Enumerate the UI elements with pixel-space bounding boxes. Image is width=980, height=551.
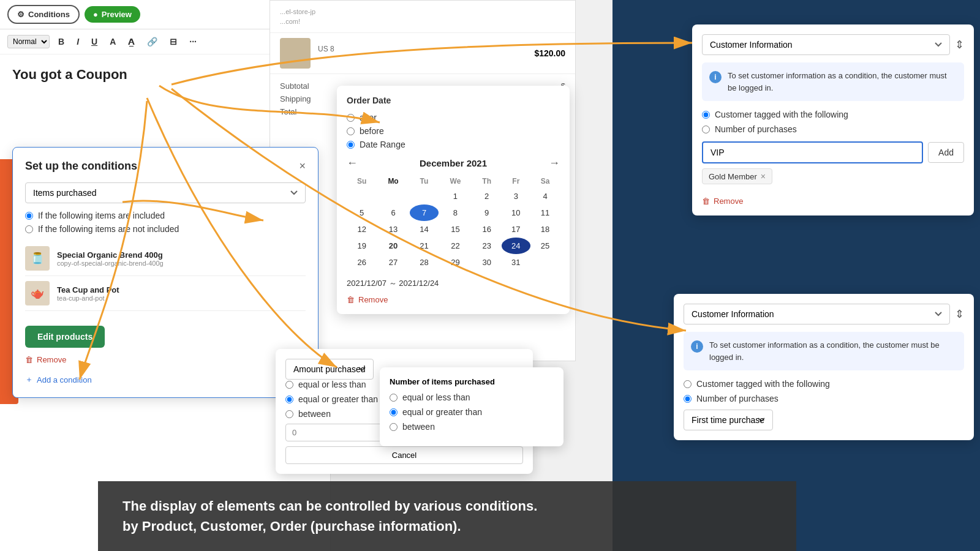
plus-icon: ＋ (25, 374, 33, 385)
customer-radio-tagged-input-top[interactable] (702, 111, 710, 119)
text-color-button[interactable]: A (106, 34, 119, 49)
cal-day-13[interactable]: 13 (377, 221, 409, 238)
customer-remove-top[interactable]: 🗑 Remove (702, 197, 743, 206)
cal-day-14[interactable]: 14 (410, 221, 439, 238)
customer-type-select-bottom[interactable]: Customer Information (684, 304, 950, 324)
cal-radio-range-input[interactable] (347, 141, 355, 149)
customer-panel-arrow-top[interactable]: ⇕ (955, 38, 964, 51)
cal-remove-button[interactable]: 🗑 Remove (347, 295, 388, 304)
radio-include-input[interactable] (25, 212, 33, 220)
cal-day-18[interactable]: 18 (530, 221, 560, 238)
preview-button[interactable]: ● Preview (85, 6, 140, 23)
cal-day-11[interactable]: 11 (530, 204, 560, 221)
cal-day-15[interactable]: 15 (439, 221, 472, 238)
cal-week-2: 5 6 7 8 9 10 11 (347, 204, 560, 221)
cal-day-19[interactable]: 19 (347, 238, 377, 254)
amount-radio-greater-input[interactable] (285, 395, 293, 403)
product-icon-1: 🫙 (31, 252, 44, 265)
cal-radio-after: after (347, 113, 560, 122)
customer-radio-purchases-input-top[interactable] (702, 126, 710, 133)
cal-day-31[interactable]: 31 (502, 254, 530, 271)
bold-button[interactable]: B (55, 34, 68, 49)
remove-condition-button[interactable]: 🗑 Remove (25, 355, 66, 364)
cal-day-6[interactable]: 6 (377, 204, 409, 221)
italic-button[interactable]: I (73, 34, 83, 49)
add-condition-label: Add a condition (37, 375, 92, 384)
cal-day-5[interactable]: 5 (347, 204, 377, 221)
highlight-button[interactable]: A̲ (124, 34, 138, 49)
info-text-top: To set customer information as a conditi… (728, 70, 957, 94)
condition-type-select[interactable]: Items purchased Amount purchased Order D… (25, 182, 306, 203)
amount-type-select[interactable]: Amount purchased (285, 359, 374, 380)
customer-radio-purchases-input-bottom[interactable] (684, 395, 692, 403)
cal-radio-before-input[interactable] (347, 127, 355, 135)
bottom-bar-line1: The display of elements can be controlle… (123, 496, 772, 516)
customer-select-row-bottom: Customer Information ⇕ (684, 304, 964, 324)
cal-day-17[interactable]: 17 (502, 221, 530, 238)
underline-button[interactable]: U (88, 34, 101, 49)
cal-day-7[interactable]: 7 (410, 204, 439, 221)
eye-icon: ● (93, 10, 98, 19)
cal-day-20[interactable]: 20 (377, 238, 409, 254)
cal-day-24[interactable]: 24 (502, 238, 530, 254)
customer-tagged-label-top: Customer tagged with the following (715, 110, 848, 119)
cal-day-28[interactable]: 28 (410, 254, 439, 271)
customer-type-select-top[interactable]: Customer Information (702, 34, 950, 55)
amount-radio-less-input[interactable] (285, 381, 293, 389)
bottom-bar-line2: by Product, Customer, Order (purchase in… (123, 516, 772, 536)
image-button[interactable]: ⊟ (166, 34, 181, 49)
cal-day-26[interactable]: 26 (347, 254, 377, 271)
items-radio-greater-input[interactable] (390, 408, 398, 416)
font-select[interactable]: Normal (7, 35, 50, 48)
cal-day-21[interactable]: 21 (410, 238, 439, 254)
amount-cancel-button[interactable]: Cancel (285, 446, 523, 464)
first-time-select[interactable]: First time purchase (684, 410, 773, 430)
cal-day-8[interactable]: 8 (439, 204, 472, 221)
tag-gold-remove[interactable]: × (761, 171, 766, 181)
cal-header-we: We (439, 174, 472, 188)
product-thumb-2: 🫖 (25, 281, 50, 305)
cal-day-3[interactable]: 3 (502, 188, 530, 204)
vip-input[interactable] (702, 141, 923, 163)
items-radio-less-input[interactable] (390, 394, 398, 402)
cal-radio-before: before (347, 126, 560, 136)
customer-radio-tagged-input-bottom[interactable] (684, 380, 692, 388)
cal-day-1[interactable]: 1 (439, 188, 472, 204)
cal-day-27[interactable]: 27 (377, 254, 409, 271)
cal-radio-after-input[interactable] (347, 114, 355, 122)
cal-day-22[interactable]: 22 (439, 238, 472, 254)
cal-before-label: before (360, 126, 384, 136)
cal-day-16[interactable]: 16 (472, 221, 502, 238)
calendar-grid: Su Mo Tu We Th Fr Sa 1 2 3 4 5 6 (347, 174, 560, 271)
radio-exclude-input[interactable] (25, 225, 33, 233)
product-thumbnail (280, 38, 311, 69)
cal-prev-button[interactable]: ← (347, 157, 358, 170)
items-radio-between-input[interactable] (390, 423, 398, 431)
product-info-1: Special Organic Brend 400g copy-of-speci… (57, 250, 306, 267)
cal-day-25[interactable]: 25 (530, 238, 560, 254)
cal-next-button[interactable]: → (549, 157, 560, 170)
cal-day-29[interactable]: 29 (439, 254, 472, 271)
cal-month-title: December 2021 (420, 158, 487, 168)
cal-day-10[interactable]: 10 (502, 204, 530, 221)
vip-add-button[interactable]: Add (928, 142, 964, 163)
customer-panel-arrow-bottom[interactable]: ⇕ (955, 307, 964, 321)
conditions-button[interactable]: ⚙ Conditions (7, 5, 80, 24)
product-sku-1: copy-of-special-organic-brend-400g (57, 260, 306, 267)
amount-radio-between-input[interactable] (285, 410, 293, 418)
radio-exclude: If the following items are not included (25, 224, 306, 234)
close-conditions-button[interactable]: × (299, 160, 306, 173)
remove-label: Remove (37, 355, 66, 364)
more-button[interactable]: ··· (186, 34, 200, 49)
edit-products-button[interactable]: Edit products (25, 326, 105, 348)
cal-day-30[interactable]: 30 (472, 254, 502, 271)
cal-day-4[interactable]: 4 (530, 188, 560, 204)
link-button[interactable]: 🔗 (143, 34, 161, 49)
cal-day-23[interactable]: 23 (472, 238, 502, 254)
items-less-label: equal or less than (402, 392, 470, 402)
cal-day-12[interactable]: 12 (347, 221, 377, 238)
cal-day-9[interactable]: 9 (472, 204, 502, 221)
cal-day-2[interactable]: 2 (472, 188, 502, 204)
cal-radio-range: Date Range (347, 140, 560, 149)
add-condition-button[interactable]: ＋ Add a condition (25, 374, 92, 385)
